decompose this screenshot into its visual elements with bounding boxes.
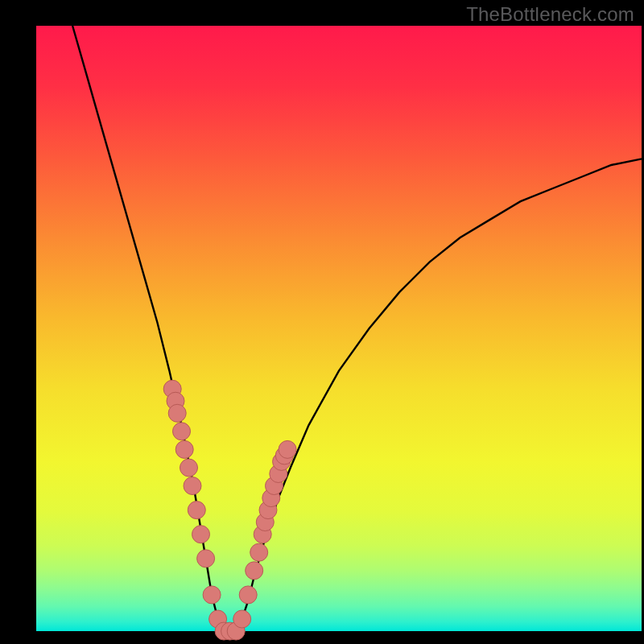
marker-dot	[173, 423, 191, 440]
marker-dot	[192, 526, 210, 543]
marker-dot	[168, 404, 186, 422]
marker-dot	[203, 586, 221, 604]
marker-dot	[250, 543, 268, 561]
marker-dot	[279, 440, 296, 458]
marker-dot	[239, 586, 257, 604]
marker-dot	[175, 440, 193, 458]
marker-dot	[180, 459, 198, 477]
watermark-text: TheBottleneck.com	[466, 3, 634, 26]
marker-dot	[197, 550, 215, 568]
marker-dot	[233, 610, 251, 628]
marker-dot	[184, 477, 201, 495]
bottleneck-chart	[0, 0, 644, 644]
gradient-background	[36, 26, 642, 631]
marker-dot	[246, 562, 263, 580]
marker-dot	[188, 502, 205, 519]
chart-frame: TheBottleneck.com	[0, 0, 644, 644]
